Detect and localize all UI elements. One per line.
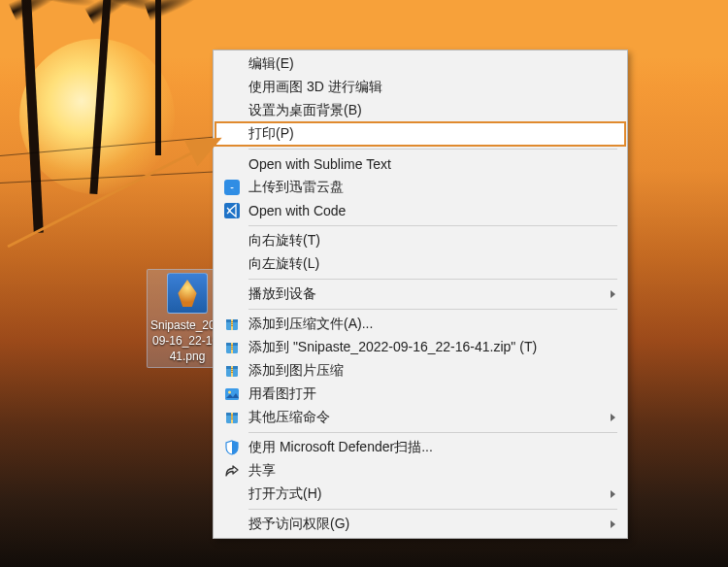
menu-item-label: 向左旋转(L) [248, 255, 319, 273]
menu-item-label: 打开方式(H) [248, 485, 321, 503]
svg-rect-25 [231, 415, 233, 416]
zip-icon [223, 362, 241, 380]
menu-separator [248, 279, 617, 280]
chevron-right-icon [611, 490, 615, 498]
vscode-icon [223, 202, 241, 219]
menu-item-label: 使用画图 3D 进行编辑 [248, 79, 382, 96]
menu-separator [248, 509, 617, 510]
menu-separator [248, 309, 617, 310]
svg-rect-12 [231, 347, 233, 348]
zip-icon [223, 339, 241, 356]
menu-item-label: 添加到压缩文件(A)... [248, 316, 373, 333]
menu-item[interactable]: 设置为桌面背景(B) [215, 99, 625, 122]
svg-rect-27 [231, 418, 233, 419]
menu-item-label: 设置为桌面背景(B) [248, 102, 362, 119]
svg-rect-24 [231, 413, 233, 423]
menu-item-label: Open with Sublime Text [248, 156, 391, 172]
svg-rect-20 [225, 388, 239, 400]
svg-rect-18 [231, 370, 233, 371]
share-icon [223, 462, 241, 480]
chevron-right-icon [611, 414, 615, 421]
menu-item[interactable]: 添加到 "Snipaste_2022-09-16_22-16-41.zip" (… [215, 336, 625, 359]
menu-item-label: 编辑(E) [248, 55, 294, 73]
menu-separator [248, 432, 617, 433]
menu-item-label: 添加到图片压缩 [248, 362, 344, 380]
svg-rect-4 [231, 319, 233, 330]
svg-rect-5 [231, 321, 233, 322]
menu-item[interactable]: Open with Code [215, 199, 625, 222]
file-thumbnail [167, 273, 208, 314]
desktop-background: Snipaste_2022-09-16_22-16-41.png 编辑(E)使用… [0, 0, 728, 567]
svg-rect-17 [231, 368, 233, 369]
xunlei-icon [223, 179, 241, 196]
menu-item-label: 授予访问权限(G) [248, 516, 349, 533]
menu-item[interactable]: 添加到图片压缩 [215, 359, 625, 383]
menu-item[interactable]: 共享 [215, 459, 625, 483]
menu-separator [248, 149, 617, 150]
menu-item-label: 用看图打开 [248, 385, 316, 403]
svg-rect-7 [231, 325, 233, 326]
svg-rect-13 [231, 349, 233, 350]
menu-item-label: 共享 [248, 462, 276, 480]
menu-separator [248, 225, 617, 226]
menu-item-label: 使用 Microsoft Defender扫描... [248, 439, 433, 456]
menu-item[interactable]: 打开方式(H) [215, 483, 625, 506]
svg-rect-11 [231, 345, 233, 346]
zip-icon [223, 409, 241, 426]
svg-rect-10 [231, 343, 233, 353]
viewer-icon [223, 385, 241, 403]
menu-item[interactable]: 用看图打开 [215, 383, 625, 406]
sun-glow [19, 39, 175, 194]
zip-icon [223, 316, 241, 333]
svg-rect-26 [231, 417, 233, 417]
menu-item[interactable]: Open with Sublime Text [215, 152, 625, 176]
menu-item[interactable]: 打印(P) [215, 122, 625, 146]
menu-item-label: 其他压缩命令 [248, 409, 330, 426]
menu-item-label: Open with Code [248, 203, 346, 218]
chevron-right-icon [611, 290, 615, 298]
context-menu: 编辑(E)使用画图 3D 进行编辑设置为桌面背景(B)打印(P)Open wit… [213, 50, 628, 539]
menu-item[interactable]: 上传到迅雷云盘 [215, 176, 625, 199]
menu-item[interactable]: 向左旋转(L) [215, 252, 625, 276]
svg-rect-16 [231, 366, 233, 377]
menu-item-label: 向右旋转(T) [248, 232, 320, 250]
chevron-right-icon [611, 520, 615, 528]
svg-rect-19 [231, 372, 233, 373]
svg-rect-1 [224, 203, 240, 218]
svg-point-21 [228, 391, 231, 394]
menu-item[interactable]: 编辑(E) [215, 52, 625, 76]
menu-item[interactable]: 向右旋转(T) [215, 229, 625, 252]
menu-item-label: 播放到设备 [248, 285, 316, 303]
menu-item[interactable]: 使用 Microsoft Defender扫描... [215, 436, 625, 459]
svg-line-29 [8, 139, 219, 247]
svg-rect-6 [231, 323, 233, 324]
menu-item-label: 打印(P) [248, 125, 294, 143]
defender-icon [223, 439, 241, 456]
menu-item[interactable]: 播放到设备 [215, 283, 625, 306]
menu-item[interactable]: 添加到压缩文件(A)... [215, 313, 625, 336]
menu-item-label: 添加到 "Snipaste_2022-09-16_22-16-41.zip" (… [248, 339, 537, 356]
menu-item[interactable]: 授予访问权限(G) [215, 513, 625, 536]
menu-item-label: 上传到迅雷云盘 [248, 179, 344, 196]
menu-item[interactable]: 使用画图 3D 进行编辑 [215, 76, 625, 99]
menu-item[interactable]: 其他压缩命令 [215, 406, 625, 429]
